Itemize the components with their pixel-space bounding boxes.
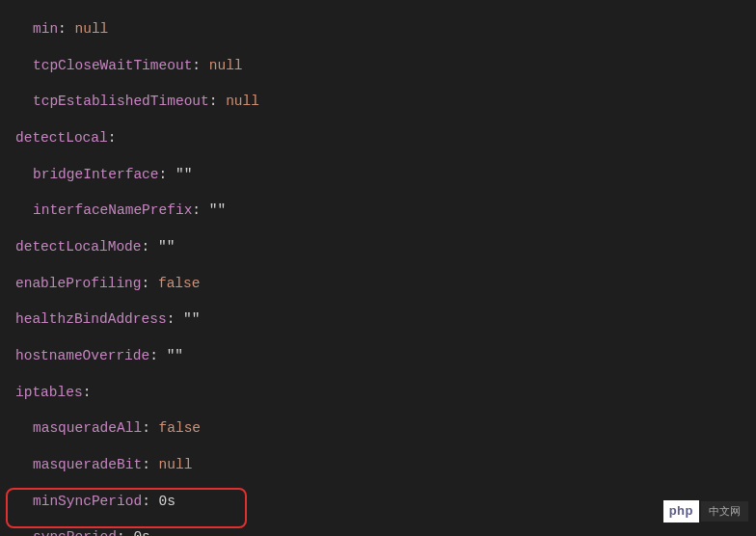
yaml-key: bridgeInterface (33, 167, 159, 182)
logo-php-text: php (663, 500, 699, 523)
yaml-value: null (226, 94, 259, 109)
yaml-key: masqueradeAll (33, 420, 142, 436)
watermark-logo: php 中文网 (663, 500, 748, 523)
yaml-value: 0s (159, 494, 176, 509)
yaml-line: enableProfiling: false (0, 275, 756, 293)
yaml-line: tcpCloseWaitTimeout: null (0, 57, 756, 75)
yaml-key: iptables (15, 385, 83, 400)
yaml-line: masqueradeAll: false (0, 419, 756, 438)
yaml-value: null (209, 58, 243, 73)
yaml-value: "" (158, 239, 175, 255)
yaml-line: healthzBindAddress: "" (0, 310, 756, 329)
yaml-line: hostnameOverride: "" (0, 347, 756, 365)
logo-cn-text: 中文网 (701, 501, 748, 521)
yaml-line: interfaceNamePrefix: "" (0, 201, 756, 220)
yaml-line: min: null (0, 20, 756, 39)
yaml-key: detectLocalMode (15, 239, 142, 255)
yaml-value: 0s (133, 529, 149, 536)
yaml-line: iptables: (0, 384, 756, 402)
yaml-value: "" (167, 348, 183, 363)
yaml-key: detectLocal (15, 130, 108, 146)
yaml-line: detectLocal: (0, 129, 756, 147)
yaml-value: "" (176, 167, 192, 182)
yaml-key: hostnameOverride (15, 348, 149, 363)
yaml-code-block: min: null tcpCloseWaitTimeout: null tcpE… (0, 2, 756, 536)
yaml-line: syncPeriod: 0s (0, 528, 756, 536)
yaml-line: detectLocalMode: "" (0, 238, 756, 256)
yaml-line: minSyncPeriod: 0s (0, 493, 756, 511)
yaml-key: min (33, 21, 58, 37)
yaml-line: masqueradeBit: null (0, 456, 756, 474)
yaml-line: bridgeInterface: "" (0, 166, 756, 184)
yaml-value: false (159, 420, 202, 436)
yaml-key: tcpEstablishedTimeout (33, 94, 209, 109)
yaml-value: false (158, 276, 201, 291)
yaml-value: null (75, 21, 109, 37)
yaml-key: interfaceNamePrefix (33, 202, 192, 218)
yaml-key: minSyncPeriod (33, 494, 142, 509)
yaml-key: masqueradeBit (33, 457, 142, 472)
yaml-key: syncPeriod (33, 529, 117, 536)
yaml-value: "" (183, 311, 200, 327)
yaml-key: healthzBindAddress (15, 311, 167, 327)
yaml-key: enableProfiling (15, 276, 142, 291)
yaml-value: null (159, 457, 193, 472)
yaml-value: "" (209, 202, 226, 218)
yaml-key: tcpCloseWaitTimeout (33, 58, 192, 73)
yaml-line: tcpEstablishedTimeout: null (0, 93, 756, 111)
